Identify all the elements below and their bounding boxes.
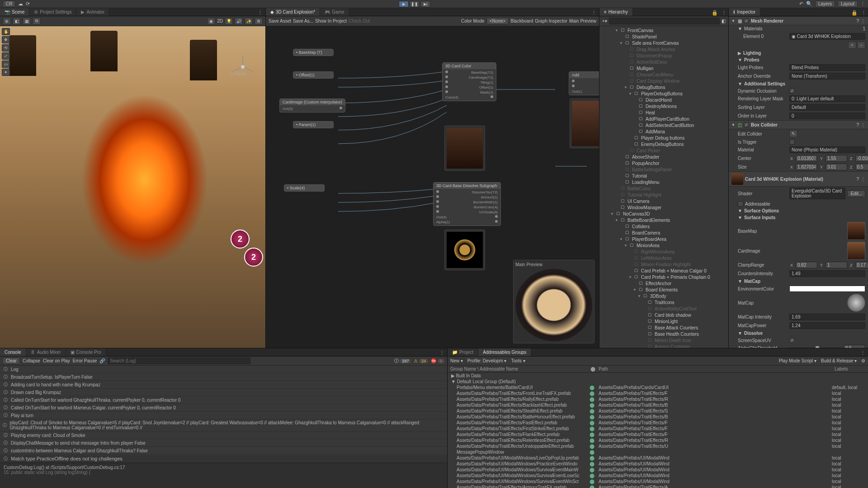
hierarchy-item[interactable]: ▼▢FrontCanvas	[599, 27, 728, 33]
help-icon[interactable]: ?	[856, 19, 859, 23]
show-in-project-button[interactable]: Show In Project	[315, 19, 347, 23]
asset-row[interactable]: Assets/Data/Prefabs/TraitEffects/FastEff…	[448, 420, 868, 426]
edit-collider-button[interactable]: ✎	[789, 130, 797, 137]
draw-mode-icon[interactable]: ◉	[207, 18, 215, 25]
colormode-dropdown[interactable]: <None>	[486, 18, 509, 24]
size-x-input[interactable]	[796, 164, 817, 170]
hierarchy-item[interactable]: ▢Card Picker	[599, 147, 728, 154]
profile-dropdown[interactable]: Profile: Developm ▾	[467, 358, 507, 363]
is-trigger-checkbox[interactable]	[789, 139, 795, 145]
hierarchy-item[interactable]: ▢LeftMinionArea	[599, 255, 728, 261]
log-entry[interactable]: ⓘplayCard: Cloud of Smoke to Marneus Cal…	[0, 419, 447, 432]
log-entry[interactable]: ⓘLog	[0, 366, 447, 373]
hierarchy-item[interactable]: ▢ChooseCardMenu	[599, 71, 728, 78]
add-button[interactable]: +▾	[602, 19, 607, 23]
clear-on-play-toggle[interactable]: Clear on Play	[43, 358, 70, 363]
graph-inspector-toggle[interactable]: Graph Inspector	[535, 19, 567, 23]
menu-icon[interactable]: ⋮	[860, 1, 865, 7]
hierarchy-item[interactable]: ▢ShadePanel	[599, 33, 728, 40]
log-entry[interactable]: ⓘBroadcastTurnSetup. IsPlayerTurn False	[0, 373, 447, 381]
hierarchy-item[interactable]: ▢AddPlayerCardButton	[599, 116, 728, 122]
hierarchy-item[interactable]: ▢Tutorial	[599, 173, 728, 179]
undo-icon[interactable]: ↶	[799, 1, 803, 7]
asset-row[interactable]: Assets/Data/Prefabs/TraitEffects/FrontLi…	[448, 390, 868, 396]
blackboard-toggle[interactable]: Blackboard	[510, 19, 533, 23]
hierarchy-item[interactable]: ▢DisconnectPopup	[599, 52, 728, 59]
tab-hierarchy[interactable]: ≡ Hierarchy	[599, 8, 633, 16]
tab-shadergraph[interactable]: ◆ 3D Card Explosion*	[266, 8, 320, 16]
hierarchy-item[interactable]: ▼▢3DBody	[599, 293, 728, 299]
scale-tool-icon[interactable]: ⤢	[2, 52, 10, 60]
tab-game[interactable]: 🎮 Game	[320, 8, 349, 16]
main-preview-toggle[interactable]: Main Preview	[569, 19, 596, 23]
alphaclip-slider[interactable]	[789, 347, 842, 348]
log-entry[interactable]: ⓘPlaying enemy card: Cloud of Smoke	[0, 432, 447, 439]
layout-dropdown[interactable]: Layout	[838, 0, 858, 7]
hierarchy-item[interactable]: ▢DiscardHand	[599, 97, 728, 103]
help-icon[interactable]: ?	[856, 177, 859, 182]
collapse-toggle[interactable]: Collapse	[23, 358, 40, 363]
center-z-input[interactable]	[855, 155, 868, 162]
panel-menu-icon[interactable]: ⋮	[589, 10, 599, 16]
warn-count[interactable]: ⚠ 24	[414, 358, 428, 363]
component-box-collider[interactable]: ▼◫ ✓ Box Collider ?⋮	[729, 120, 868, 129]
matcap-intensity-input[interactable]	[789, 314, 865, 320]
hierarchy-item[interactable]: ▢BattleCoins	[599, 185, 728, 192]
asset-row[interactable]: Assets/Data/Prefabs/TraitEffects/Unstopp…	[448, 443, 868, 449]
asset-row[interactable]: Assets/Data/Prefabs/UI/ModalWindows/Prac…	[448, 461, 868, 467]
size-y-input[interactable]	[826, 164, 847, 170]
help-icon[interactable]: ?	[856, 122, 859, 127]
audio-icon[interactable]: 🔊	[235, 18, 243, 25]
component-mesh-renderer[interactable]: ▼▦ ✓ Mesh Renderer ?⋮	[729, 16, 868, 25]
asset-row[interactable]: Assets/Data/Prefabs/TraitEffects/FlankEf…	[448, 432, 868, 437]
addressables-list[interactable]: ▶ Built In Data ▼ Default Local Group (D…	[448, 373, 868, 488]
hierarchy-item[interactable]: ▢Player Debug buttons	[599, 135, 728, 141]
log-entry[interactable]: ⓘCalled OnTurnStart for warlord Marneus …	[0, 404, 447, 412]
hierarchy-item[interactable]: ▢AboveShader	[599, 154, 728, 160]
hierarchy-item[interactable]: ▢Mulligan	[599, 65, 728, 71]
tools-dropdown[interactable]: Tools ▾	[511, 358, 525, 363]
tab-project-settings[interactable]: ⚙ Project Settings	[29, 8, 76, 16]
panel-menu-icon[interactable]: ⋮	[859, 10, 868, 16]
hierarchy-item[interactable]: ▢BoardCamera	[599, 230, 728, 236]
shader-dropdown[interactable]: Everguild/Cards/3D Card Explosion	[789, 188, 845, 199]
asset-row[interactable]: Assets/Data/Prefabs/TraitEffects/ArmourT…	[448, 484, 868, 488]
rotate-tool-icon[interactable]: ⟲	[2, 44, 10, 52]
dynamic-occlusion-checkbox[interactable]: ✓	[789, 88, 795, 94]
inspector-lock-icon[interactable]: 🔒	[849, 10, 859, 16]
hierarchy-item[interactable]: ▢LoadingMenu	[599, 179, 728, 185]
hierarchy-item[interactable]: ▼▢DebugButtons	[599, 84, 728, 90]
hierarchy-item[interactable]: ▢TraitIcons	[599, 299, 728, 305]
hierarchy-search[interactable]	[609, 18, 720, 24]
addressable-checkbox[interactable]	[738, 201, 743, 206]
tab-audiomixer[interactable]: 🎚 Audio Mixer	[26, 348, 66, 356]
error-count[interactable]: ⛔ 0	[431, 358, 444, 363]
gizmo-icon[interactable]: ⚙	[255, 18, 263, 25]
asset-row[interactable]: Assets/Data/Prefabs/TraitEffects/RallyEf…	[448, 396, 868, 402]
hierarchy-item[interactable]: ▢Base Health Counters	[599, 331, 728, 337]
graph-property[interactable]: • BaseMap (T)	[293, 49, 334, 56]
search-icon[interactable]: 🔍	[806, 1, 812, 7]
hierarchy-item[interactable]: ▢BattleSettingsPanel	[599, 166, 728, 173]
log-entry[interactable]: ⓘDisplayChatMessage to send chat message…	[0, 439, 447, 447]
matcap-texture-slot[interactable]	[847, 294, 865, 312]
list-add-button[interactable]: +	[848, 42, 856, 49]
info-count[interactable]: ⓘ 297	[394, 358, 411, 364]
screenspaceuv-checkbox[interactable]: ✓	[789, 338, 795, 343]
filter-icon[interactable]: ◧	[722, 19, 726, 23]
layers-dropdown[interactable]: Layers	[815, 0, 835, 7]
hand-tool-icon[interactable]: ✋	[2, 28, 10, 35]
asset-row[interactable]: Prefabs/Menu elements/Battle/CardUI⬤Asse…	[448, 385, 868, 390]
hierarchy-item[interactable]: ▢MinionLight	[599, 318, 728, 324]
shader-edit-button[interactable]: Edit...	[847, 190, 865, 197]
sorting-layer-dropdown[interactable]: Default	[789, 104, 865, 111]
attach-icon[interactable]: 🔗	[99, 358, 105, 363]
graph-node-dissolve[interactable]: 3D Card Base Dissolve Subgraph DissolveT…	[433, 182, 501, 226]
hierarchy-tree[interactable]: ▼▢FrontCanvas▢ShadePanel▼▢Safe area Fron…	[599, 26, 728, 348]
group-builtin[interactable]: ▶ Built In Data	[448, 373, 868, 379]
hierarchy-item[interactable]: ▢Card Display Window	[599, 78, 728, 84]
light-probes-dropdown[interactable]: Blend Probes	[789, 64, 865, 71]
hierarchy-item[interactable]: ▼▢MinionArea	[599, 242, 728, 249]
pivot-icon[interactable]: ⊕	[3, 18, 11, 25]
material-slot[interactable]: ◉ Card 3d WH40K Explosion	[789, 33, 865, 40]
